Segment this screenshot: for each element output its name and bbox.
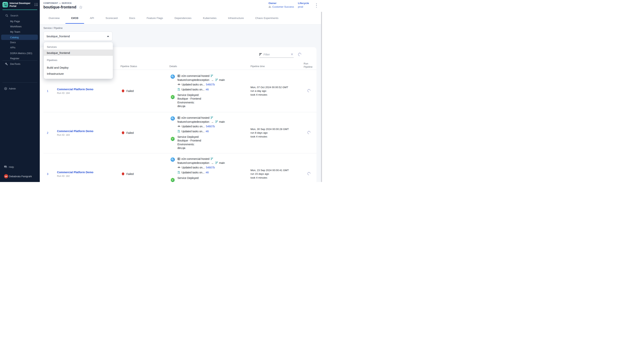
- filter-field: ✕: [259, 51, 294, 58]
- brand: Internal Developer Portal: [2, 2, 38, 8]
- git-commit-icon: [178, 83, 180, 86]
- tab-api[interactable]: API: [84, 12, 100, 23]
- deploy-line: Boutique - Frontend: [178, 139, 201, 142]
- svg-text:∞: ∞: [172, 138, 174, 140]
- pipeline-name-cell: Commercial Platform Demo Run ID: 183: [57, 130, 93, 136]
- sidebar-item-devtools[interactable]: DevTools: [0, 61, 40, 66]
- sidebar-item-docs[interactable]: Docs: [0, 40, 40, 45]
- sidebar-item-workflows[interactable]: Workflows: [0, 24, 40, 29]
- sidebar-item-apis[interactable]: APIs: [0, 45, 40, 50]
- tab-infrastructure[interactable]: Infrastructure: [222, 12, 250, 23]
- commit-sha-link[interactable]: 54607b: [206, 124, 215, 128]
- deploy-line: [178, 180, 199, 182]
- pr-number-link[interactable]: #8: [206, 129, 209, 133]
- brand-title: Internal Developer Portal: [10, 2, 30, 8]
- svg-text:∞: ∞: [172, 178, 174, 181]
- sidebar-item-admin[interactable]: Admin: [0, 86, 40, 91]
- run-id: Run ID: 183: [57, 134, 93, 136]
- favorite-star-icon[interactable]: [79, 5, 82, 9]
- dropdown-option-build-and-deploy[interactable]: Build and Deploy: [44, 64, 113, 70]
- refresh-icon[interactable]: [298, 52, 302, 57]
- app-grid-icon[interactable]: [34, 3, 38, 6]
- pipeline-link[interactable]: Commercial Platform Demo: [57, 171, 93, 174]
- wrench-icon: [5, 62, 8, 66]
- git-branch-icon: [215, 120, 218, 123]
- tab-overview[interactable]: Overview: [43, 12, 66, 23]
- status-cell: Failed: [122, 90, 134, 92]
- clear-filter-icon[interactable]: ✕: [290, 53, 294, 56]
- header-divider: [40, 24, 322, 24]
- git-branch-icon: [215, 78, 218, 81]
- vertical-scrollbar[interactable]: [321, 12, 322, 182]
- sidebar-item-my-page[interactable]: My Page: [0, 18, 40, 24]
- pr-number-link[interactable]: #8: [206, 87, 209, 92]
- filter-icon: [259, 53, 262, 56]
- pr-number-link[interactable]: #8: [206, 170, 209, 174]
- run-number[interactable]: 1: [47, 90, 48, 92]
- user-menu[interactable]: DP Debabrata Panigrahi: [0, 174, 40, 179]
- owner-link[interactable]: Customer Success: [268, 5, 294, 8]
- sidebar-item-dora-metrics[interactable]: DORA Metrics (SEI): [0, 50, 40, 56]
- dropdown-group-services: Services: [44, 44, 113, 50]
- status-text: Failed: [126, 172, 134, 176]
- commit-sha-link[interactable]: 54607b: [206, 82, 215, 86]
- more-options-icon[interactable]: [314, 3, 318, 8]
- col-run-pipeline: Run Pipeline: [304, 62, 316, 68]
- col-pipeline-status: Pipeline Status: [120, 65, 137, 68]
- rerun-pipeline-icon[interactable]: [307, 89, 311, 93]
- rerun-pipeline-icon[interactable]: [307, 130, 311, 135]
- sidebar-item-catalog[interactable]: Catalog: [1, 34, 38, 40]
- repository-icon: [178, 157, 180, 160]
- table-row: 3 Commercial Platform Demo Run ID: 182 F…: [40, 153, 316, 182]
- branch-from: feature/corruptedexception: [178, 78, 210, 82]
- sidebar-item-register[interactable]: Register: [0, 56, 40, 61]
- tab-dependencies[interactable]: Dependencies: [169, 12, 197, 23]
- pr-message: Updated tasks on...: [182, 129, 204, 133]
- tab-scorecard[interactable]: Scorecard: [100, 12, 123, 23]
- deploy-line: Service Deployed:: [178, 93, 201, 97]
- tab-cicd[interactable]: CI/CD: [66, 12, 84, 23]
- gear-icon: [4, 87, 7, 90]
- pull-request-icon: [178, 88, 180, 91]
- tab-feature-flags[interactable]: Feature Flags: [141, 12, 169, 23]
- repo-name: e2e-commercial-hosted: [182, 157, 210, 161]
- owner-label: Owner: [268, 2, 294, 4]
- pipeline-link[interactable]: Commercial Platform Demo: [57, 130, 93, 133]
- run-id: Run ID: 182: [57, 175, 93, 178]
- dropdown-option-boutique-frontend[interactable]: boutique_frontend: [44, 50, 113, 56]
- pipeline-link[interactable]: Commercial Platform Demo: [57, 88, 93, 91]
- deploy-line: Environments:: [178, 100, 201, 104]
- details-cell: e2e-commercial-hosted feature/corruptede…: [170, 157, 225, 182]
- service-pipeline-dropdown: Services boutique_frontend Pipelines Bui…: [44, 42, 113, 79]
- rerun-pipeline-icon[interactable]: [307, 172, 311, 176]
- pipeline-time-cell: Mon, 23 Sep 2024 00:00:41 GMT run 15 day…: [250, 168, 289, 180]
- ci-build-icon: [170, 157, 175, 162]
- branch-to: main: [219, 78, 225, 82]
- lifecycle-label: Lifecycle: [298, 2, 309, 4]
- run-number[interactable]: 3: [47, 172, 48, 176]
- svg-text:∞: ∞: [172, 96, 174, 98]
- pipeline-name-cell: Commercial Platform Demo Run ID: 182: [57, 170, 93, 178]
- ci-build-icon: [170, 116, 175, 121]
- arrow-right-icon: →: [210, 120, 214, 124]
- caret-up-icon: [107, 36, 109, 37]
- branch-from: feature/corruptedexception: [178, 161, 210, 165]
- git-commit-icon: [178, 125, 180, 128]
- deploy-line: Service Deployed:: [178, 176, 199, 180]
- search-input[interactable]: Search: [0, 13, 40, 18]
- commit-sha-link[interactable]: 54607b: [206, 165, 215, 170]
- sidebar-item-my-team[interactable]: My Team: [0, 29, 40, 34]
- status-text: Failed: [126, 131, 134, 134]
- pipeline-name-cell: Commercial Platform Demo Run ID: 184: [57, 88, 93, 94]
- status-cell: Failed: [122, 172, 134, 176]
- tab-kubernetes[interactable]: Kubernetes: [197, 12, 222, 23]
- run-number[interactable]: 2: [47, 131, 48, 134]
- sidebar-item-help[interactable]: ? Help: [0, 164, 40, 170]
- dropdown-option-infrastructure[interactable]: Infrastructure: [44, 70, 113, 77]
- arrow-right-icon: →: [210, 78, 214, 82]
- tab-chaos-experiments[interactable]: Chaos Experiments: [250, 12, 284, 23]
- service-pipeline-select[interactable]: boutique_frontend: [44, 32, 112, 41]
- tab-docs[interactable]: Docs: [123, 12, 141, 23]
- filter-input[interactable]: [264, 53, 290, 56]
- search-icon: [5, 14, 8, 17]
